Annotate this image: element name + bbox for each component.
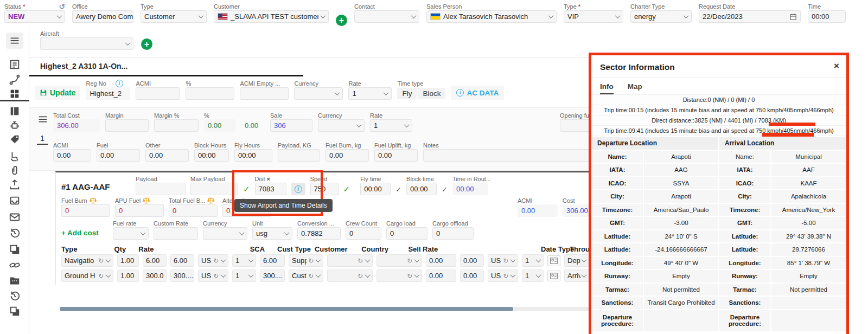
type-select[interactable]: Navigatio↻ [61,254,113,267]
fx-select[interactable]: 1 [232,269,256,282]
margin-pct-input[interactable] [154,119,199,132]
route-icon[interactable] [9,74,21,86]
contact-select[interactable] [354,10,419,23]
custom-rate-input[interactable] [154,227,198,240]
airport-time-details-button[interactable]: i [291,183,305,195]
sell-rate-input[interactable]: 0.00 [426,254,456,267]
notes-input[interactable] [423,149,591,162]
fuel-currency-select[interactable] [203,227,247,240]
payload-kg-input[interactable] [278,149,320,162]
rate-select[interactable]: 1 [348,87,392,100]
country-select[interactable]: ↻ [376,254,422,267]
history-icon[interactable]: ↺ [59,2,65,11]
sec-fuel-burn-input[interactable]: 0 [61,204,110,217]
sec-payload-input[interactable] [136,183,186,195]
acmi-input[interactable] [136,87,180,100]
fuel-uplift-kg-input[interactable]: 0.00 [374,149,418,162]
fuel-rate-select[interactable] [113,227,149,240]
date-type-select[interactable]: Dep... [564,254,589,267]
aircraft-tab[interactable]: Highest_2 A310 1A-On... [40,62,127,70]
customer-select[interactable]: _SLAVA API TEST customer IN [214,10,329,23]
fuel-burn-kg-input[interactable]: 0.00 [326,149,369,162]
status-select[interactable]: NEW [4,10,65,23]
currency-select[interactable]: US↻ [198,269,228,282]
scrollbar-thumb[interactable] [60,307,513,311]
add-customer-button[interactable]: + [336,15,347,26]
clear-dist-icon[interactable]: × [267,176,270,182]
currency-select[interactable] [294,87,343,100]
type-select[interactable]: Ground H↻ [61,269,113,282]
fx-select[interactable]: 1 [232,254,256,267]
sidebar-panels-icon[interactable] [9,105,21,117]
menu-icon[interactable] [6,33,23,49]
folder-icon[interactable] [9,275,21,287]
info-icon[interactable]: i [116,80,123,87]
upload-icon[interactable] [9,178,21,190]
sale-rate-select[interactable]: 1 [370,119,412,132]
add-aircraft-button[interactable]: + [141,38,152,50]
customer-select[interactable]: ↻ [327,269,373,282]
sell-fx-select[interactable]: 1 [522,269,544,282]
type2-select[interactable]: VIP [564,10,623,23]
sale-input[interactable]: 306 [270,119,312,132]
tag-icon[interactable] [9,133,21,145]
time-in-route-value[interactable]: 00:00 [452,183,488,195]
contact-card-icon[interactable] [547,255,560,266]
rate-input[interactable]: 6.00 [143,254,167,267]
margin-input[interactable] [105,119,149,132]
fly-hours-input[interactable]: 00:00 [234,149,272,162]
unit-select[interactable]: usg [252,227,292,240]
qty-input[interactable]: 1.00 [117,254,139,267]
block-time-check-icon[interactable]: ✓ [442,185,448,194]
charter-type-select[interactable]: energy [630,10,692,23]
mail-icon[interactable] [9,211,21,223]
speed-input[interactable]: 750 [310,183,339,195]
attachment-icon[interactable] [9,165,21,177]
leg-number[interactable]: 1 [37,134,48,145]
modules-grid-icon[interactable] [9,88,21,100]
total-fuel-input[interactable]: 0 [169,204,218,217]
contact-card-icon[interactable] [547,271,560,281]
cargo-offload-input[interactable]: 0 [432,227,474,240]
cust-type-select[interactable]: Suppli↻ [289,254,323,267]
aircraft-select[interactable] [40,37,133,50]
sell-currency-select[interactable]: US↻ [488,269,518,282]
conversion-input[interactable]: 0.7882 [297,227,341,240]
orders-list-icon[interactable] [9,59,21,70]
percent-input[interactable] [186,87,234,100]
close-icon[interactable]: × [834,61,839,72]
block-hours-input[interactable]: 00:00 [194,149,229,162]
link-icon[interactable] [9,259,21,271]
sell-fx-select[interactable]: 1 [522,254,544,267]
crew-count-input[interactable]: 0 [346,227,381,240]
type-select[interactable]: Customer [141,10,207,23]
currency-select[interactable]: US↻ [198,254,228,267]
sale-currency-select[interactable] [318,119,365,132]
block-time-input[interactable]: 00:00 [406,183,437,195]
rate-input[interactable]: 300.0 [143,269,167,282]
sum-acmi-input[interactable]: 0.00 [53,149,91,162]
max-payload-input[interactable] [190,183,238,195]
sum-other-input[interactable]: 0.00 [145,149,189,162]
sell-rate-input[interactable]: 0.00 [426,269,456,282]
time-type-block-toggle[interactable]: Block [418,88,445,99]
ac-data-button[interactable]: i AC DATA [451,86,504,100]
calendar-icon[interactable] [789,13,797,21]
acmi-empty-input[interactable] [240,87,289,100]
cargo-load-input[interactable]: 0 [386,227,427,240]
qty-input[interactable]: 1.00 [117,269,139,282]
sales-person-select[interactable]: Alex Tarasovich Tarasovich [426,10,557,23]
date-type-select[interactable]: Arriv... [564,269,589,282]
tab-info[interactable]: Info [600,82,614,94]
request-date-input[interactable]: 22/Dec/2023 [699,10,801,23]
history-2-icon[interactable] [9,290,21,302]
leg-menu-icon[interactable] [37,113,49,125]
reg-no-input[interactable]: Highest_2 [86,87,130,100]
add-cost-button[interactable]: +Add cost [61,219,108,237]
country-select[interactable]: ↻ [376,269,422,282]
history-icon[interactable] [9,227,21,239]
fly-time-check-icon[interactable]: ✓ [395,185,401,194]
seat-icon[interactable] [9,151,21,163]
fly-time-input[interactable]: 00:00 [360,183,391,195]
robot-icon[interactable] [9,119,21,131]
